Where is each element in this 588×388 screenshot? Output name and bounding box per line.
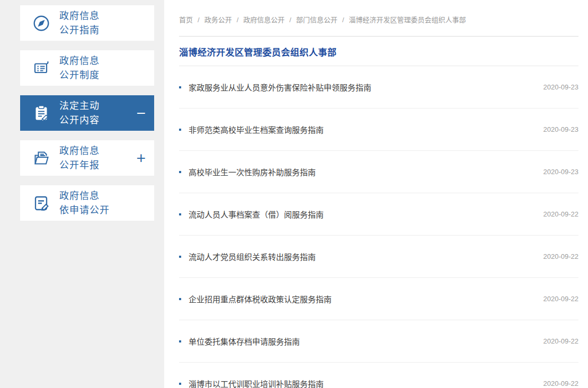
label-line2: 公开内容 — [59, 115, 100, 125]
breadcrumb-separator: / — [237, 16, 239, 24]
collapse-minus-icon[interactable]: − — [136, 105, 154, 121]
list-item[interactable]: 单位委托集体存档申请服务指南 2020-09-22 — [179, 320, 578, 363]
article-date: 2020-09-22 — [544, 210, 579, 218]
article-date: 2020-09-23 — [544, 168, 579, 176]
sidebar-item-label: 法定主动公开内容 — [59, 99, 100, 128]
ledger-icon — [32, 59, 51, 78]
list-item[interactable]: 流动人员人事档案查（借）阅服务指南 2020-09-22 — [179, 193, 578, 236]
page-title: 淄博经济开发区管理委员会组织人事部 — [179, 37, 578, 66]
label-line2: 公开指南 — [59, 25, 100, 35]
label-line1: 政府信息 — [59, 11, 100, 21]
bullet-square-icon — [179, 298, 181, 300]
article-date: 2020-09-22 — [544, 337, 579, 345]
list-item[interactable]: 高校毕业生一次性购房补助服务指南 2020-09-23 — [179, 151, 578, 193]
bullet-square-icon — [179, 383, 181, 385]
list-item[interactable]: 企业招用重点群体税收政策认定服务指南 2020-09-22 — [179, 278, 578, 320]
folder-doc-icon — [32, 149, 51, 168]
expand-plus-icon[interactable]: + — [136, 150, 154, 166]
list-item[interactable]: 淄博市以工代训职业培训补贴服务指南 2020-09-22 — [179, 363, 578, 388]
breadcrumb-link[interactable]: 首页 — [179, 16, 193, 24]
sidebar-item-label: 政府信息公开制度 — [59, 54, 100, 83]
article-link[interactable]: 非师范类高校毕业生档案查询服务指南 — [189, 124, 544, 135]
breadcrumb-link[interactable]: 部门信息公开 — [296, 16, 337, 24]
breadcrumb-link[interactable]: 政务公开 — [204, 16, 232, 24]
article-date: 2020-09-23 — [544, 83, 579, 91]
sidebar-item-gov-info-guide[interactable]: 政府信息公开指南 — [20, 5, 154, 41]
article-link[interactable]: 流动人员人事档案查（借）阅服务指南 — [189, 209, 544, 220]
article-date: 2020-09-22 — [544, 380, 579, 387]
label-line1: 政府信息 — [59, 146, 100, 156]
article-date: 2020-09-23 — [544, 125, 579, 133]
article-date: 2020-09-22 — [544, 252, 579, 260]
list-item[interactable]: 非师范类高校毕业生档案查询服务指南 2020-09-23 — [179, 109, 578, 151]
news-list: 家政服务业从业人员意外伤害保险补贴申领服务指南 2020-09-23 非师范类高… — [179, 66, 578, 388]
sidebar-item-label: 政府信息依申请公开 — [59, 189, 110, 218]
label-line1: 法定主动 — [59, 101, 100, 111]
bullet-square-icon — [179, 86, 181, 88]
sidebar-item-disclosure-on-request[interactable]: 政府信息依申请公开 — [20, 185, 154, 221]
breadcrumb-separator: / — [342, 16, 344, 24]
list-item[interactable]: 家政服务业从业人员意外伤害保险补贴申领服务指南 2020-09-23 — [179, 66, 578, 109]
label-line1: 政府信息 — [59, 191, 100, 201]
breadcrumb-link[interactable]: 政府信息公开 — [243, 16, 284, 24]
bullet-square-icon — [179, 171, 181, 173]
label-line2: 公开制度 — [59, 70, 100, 80]
sidebar-item-label: 政府信息公开年报 — [59, 144, 100, 173]
sidebar-item-annual-report[interactable]: 政府信息公开年报 + — [20, 140, 154, 176]
article-link[interactable]: 淄博市以工代训职业培训补贴服务指南 — [189, 378, 544, 388]
article-link[interactable]: 企业招用重点群体税收政策认定服务指南 — [189, 293, 544, 304]
sidebar-item-statutory-disclosure[interactable]: 法定主动公开内容 − — [20, 95, 154, 131]
bullet-square-icon — [179, 129, 181, 131]
article-link[interactable]: 流动人才党员组织关系转出服务指南 — [189, 251, 544, 262]
sidebar-item-gov-info-system[interactable]: 政府信息公开制度 — [20, 50, 154, 86]
label-line2: 公开年报 — [59, 160, 100, 170]
article-date: 2020-09-22 — [544, 295, 579, 303]
doc-pencil-icon — [32, 194, 51, 213]
list-item[interactable]: 流动人才党员组织关系转出服务指南 2020-09-22 — [179, 236, 578, 278]
bullet-square-icon — [179, 256, 181, 258]
breadcrumb-separator: / — [198, 16, 200, 24]
article-link[interactable]: 高校毕业生一次性购房补助服务指南 — [189, 166, 544, 177]
bullet-square-icon — [179, 340, 181, 342]
breadcrumb-link: 淄博经济开发区管理委员会组织人事部 — [349, 16, 466, 24]
breadcrumb-separator: / — [289, 16, 291, 24]
article-link[interactable]: 家政服务业从业人员意外伤害保险补贴申领服务指南 — [189, 82, 544, 93]
clipboard-pen-icon — [32, 104, 51, 123]
label-line2: 依申请公开 — [59, 205, 110, 215]
compass-icon — [32, 14, 51, 33]
breadcrumb: 首页/政务公开/政府信息公开/部门信息公开/淄博经济开发区管理委员会组织人事部 — [179, 0, 578, 37]
article-link[interactable]: 单位委托集体存档申请服务指南 — [189, 336, 544, 347]
label-line1: 政府信息 — [59, 56, 100, 66]
main-content: 首页/政务公开/政府信息公开/部门信息公开/淄博经济开发区管理委员会组织人事部 … — [164, 0, 588, 388]
bullet-square-icon — [179, 213, 181, 215]
sidebar-item-label: 政府信息公开指南 — [59, 9, 100, 38]
sidebar-nav: 政府信息公开指南 政府信息公开制度 法定主动公开内容 − — [20, 5, 154, 230]
